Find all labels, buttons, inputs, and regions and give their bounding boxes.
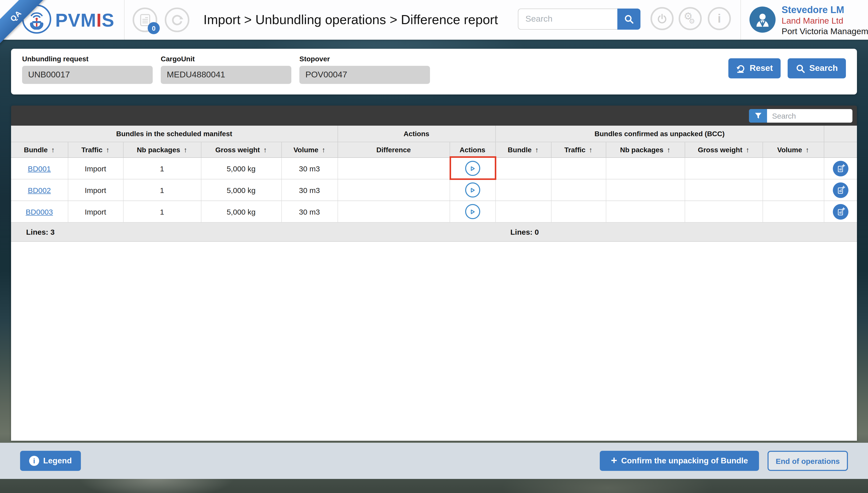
confirm-unpacking-button[interactable]: + Confirm the unpacking of Bundle — [600, 451, 759, 471]
col-bundle-right[interactable]: Bundle↑ — [495, 142, 551, 157]
documents-icon[interactable]: 0 — [133, 7, 157, 32]
legend-label: Legend — [43, 456, 72, 465]
person-icon — [754, 11, 771, 28]
end-of-operations-button[interactable]: End of operations — [767, 451, 848, 471]
difference-report-table: Bundles in the scheduled manifest Action… — [11, 126, 857, 223]
difference-cell — [338, 179, 450, 201]
filter-field-stopover: Stopover — [299, 55, 430, 84]
lines-count-left: Lines: 3 — [26, 223, 54, 241]
add-document-icon — [836, 207, 845, 216]
user-info: Stevedore LM Land Marine Ltd Port Victor… — [782, 4, 868, 37]
bundle-link[interactable]: BD002 — [28, 186, 51, 194]
sort-asc-icon: ↑ — [51, 146, 55, 154]
group-empty — [824, 126, 857, 142]
table-search — [749, 109, 852, 122]
brand-title: PVMIS — [55, 10, 114, 31]
user-avatar[interactable] — [750, 6, 776, 33]
col-gross-weight-left[interactable]: Gross weight↑ — [201, 142, 281, 157]
sort-asc-icon: ↑ — [535, 146, 539, 154]
table-column-header-row: Bundle↑ Traffic↑ Nb packages↑ Gross weig… — [11, 142, 857, 157]
sort-asc-icon: ↑ — [184, 146, 187, 154]
table-toolbar — [11, 106, 857, 126]
col-nb-packages-right[interactable]: Nb packages↑ — [606, 142, 685, 157]
user-name: Stevedore LM — [782, 4, 868, 16]
funnel-icon — [754, 111, 762, 120]
user-company: Land Marine Ltd — [782, 16, 868, 26]
header-divider-right — [740, 0, 741, 40]
legend-button[interactable]: i Legend — [20, 451, 81, 471]
header-search-input[interactable] — [518, 8, 617, 30]
logout-icon[interactable] — [650, 7, 674, 30]
bundle-link[interactable]: BD0003 — [26, 207, 53, 216]
play-icon — [469, 165, 476, 172]
table-panel: Bundles in the scheduled manifest Action… — [11, 106, 857, 441]
table-search-input[interactable] — [767, 109, 852, 122]
add-report-button[interactable] — [833, 160, 848, 176]
table-filter-button[interactable] — [749, 109, 767, 122]
traffic-cell: Import — [68, 179, 123, 201]
sort-asc-icon: ↑ — [589, 146, 593, 154]
group-scheduled-manifest: Bundles in the scheduled manifest — [11, 126, 338, 142]
search-icon — [796, 64, 805, 73]
row-actions-cell — [824, 201, 857, 222]
bottom-action-bar: i Legend + Confirm the unpacking of Bund… — [0, 443, 868, 479]
volume-cell: 30 m3 — [281, 157, 338, 179]
run-difference-button[interactable] — [465, 204, 480, 219]
header-search-button[interactable] — [617, 8, 641, 30]
col-volume-left[interactable]: Volume↑ — [281, 142, 338, 157]
stopover-input[interactable] — [299, 66, 430, 84]
col-gross-weight-right[interactable]: Gross weight↑ — [685, 142, 762, 157]
gross-weight-cell: 5,000 kg — [201, 157, 281, 179]
refresh-icon[interactable] — [165, 7, 190, 32]
add-report-button[interactable] — [833, 204, 848, 219]
unbundling-request-input[interactable] — [22, 66, 153, 84]
sort-asc-icon: ↑ — [746, 146, 750, 154]
reset-button[interactable]: Reset — [728, 58, 781, 79]
breadcrumb: Import > Unbundling operations > Differe… — [203, 0, 498, 40]
header-divider-left — [124, 0, 125, 40]
filter-panel: Unbundling request CargoUnit Stopover Re… — [11, 49, 857, 94]
filter-field-unbundling-request: Unbundling request — [22, 55, 153, 84]
col-nb-packages-left[interactable]: Nb packages↑ — [123, 142, 201, 157]
bundle-link[interactable]: BD001 — [28, 164, 51, 173]
traffic-cell: Import — [68, 201, 123, 222]
volume-bcc-cell — [762, 201, 824, 222]
col-volume-right[interactable]: Volume↑ — [762, 142, 824, 157]
end-label: End of operations — [776, 456, 840, 465]
sort-asc-icon: ↑ — [264, 146, 267, 154]
bundle-bcc-cell — [495, 201, 551, 222]
col-difference: Difference — [338, 142, 450, 157]
filter-search-button[interactable]: Search — [788, 58, 846, 79]
brand-part-2: I — [96, 10, 102, 31]
col-traffic-right[interactable]: Traffic↑ — [551, 142, 606, 157]
nb-packages-cell: 1 — [123, 157, 201, 179]
volume-cell: 30 m3 — [281, 201, 338, 222]
brand-part-1: PVM — [55, 10, 96, 31]
run-difference-button[interactable] — [465, 183, 480, 197]
actions-cell — [450, 201, 495, 222]
refresh-arrows-icon — [171, 13, 184, 26]
nb-packages-bcc-cell — [606, 179, 685, 201]
gross-weight-bcc-cell — [685, 157, 762, 179]
power-icon — [656, 13, 668, 24]
confirm-label: Confirm the unpacking of Bundle — [621, 456, 748, 465]
run-difference-button[interactable] — [465, 161, 480, 176]
add-report-button[interactable] — [833, 182, 848, 198]
settings-icon[interactable]: ⚙⚙ — [678, 7, 702, 30]
table-row: BD0003 Import 1 5,000 kg 30 m3 — [11, 201, 857, 222]
play-icon — [469, 208, 476, 215]
table-row: BD001 Import 1 5,000 kg 30 m3 — [11, 157, 857, 179]
volume-cell: 30 m3 — [281, 179, 338, 201]
cargounit-input[interactable] — [161, 66, 291, 84]
table-row: BD002 Import 1 5,000 kg 30 m3 — [11, 179, 857, 201]
row-actions-cell — [824, 179, 857, 201]
brand-part-3: S — [102, 10, 114, 31]
plus-icon: + — [611, 454, 617, 466]
user-organization: Port Victoria Managem — [782, 26, 868, 37]
row-actions-cell — [824, 157, 857, 179]
col-bundle-left[interactable]: Bundle↑ — [11, 142, 68, 157]
col-row-actions — [824, 142, 857, 157]
info-icon[interactable]: i — [708, 7, 731, 30]
volume-bcc-cell — [762, 179, 824, 201]
col-traffic-left[interactable]: Traffic↑ — [68, 142, 123, 157]
